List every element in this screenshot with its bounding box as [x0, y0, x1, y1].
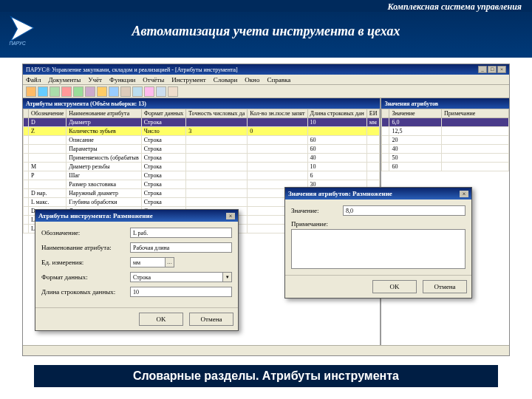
minimize-icon[interactable]: _: [478, 66, 487, 73]
table-row[interactable]: 6,0: [382, 118, 509, 127]
ok-button[interactable]: OK: [139, 313, 183, 326]
toolbar-btn-2[interactable]: [50, 86, 60, 97]
format-label: Формат данных:: [41, 273, 130, 281]
unit-label: Ед. измерения:: [41, 259, 130, 266]
table-row[interactable]: 50: [382, 154, 509, 163]
toolbar-btn-3[interactable]: [61, 86, 72, 97]
value-label: Значение:: [291, 207, 343, 214]
right-panel-header: Значения атрибутов: [381, 98, 509, 109]
chevron-down-icon[interactable]: ▾: [223, 272, 232, 282]
menu-Справка[interactable]: Справка: [267, 76, 290, 83]
table-row[interactable]: ZКоличество зубьевЧисло30: [24, 127, 380, 136]
close-icon[interactable]: ×: [226, 213, 235, 219]
table-row[interactable]: 20: [382, 136, 509, 145]
menu-Инструмент[interactable]: Инструмент: [171, 76, 206, 83]
menu-Документы[interactable]: Документы: [48, 76, 81, 83]
table-row[interactable]: МДиаметр резьбыСтрока10: [24, 163, 380, 171]
dialog-val: Значения атрибутов: Размножение × Значен…: [284, 187, 472, 299]
table-row[interactable]: 60: [382, 163, 509, 171]
toolbar-btn-6[interactable]: [97, 86, 107, 97]
toolbar-btn-0[interactable]: [26, 86, 36, 97]
page-title: Автоматизация учета инструмента в цехах: [0, 24, 532, 39]
note-label: Примечание:: [291, 220, 328, 228]
toolbar-btn-9[interactable]: [132, 86, 143, 97]
dialog-attr-title: Атрибуты инструмента: Размножение: [38, 212, 153, 219]
menu-Файл[interactable]: Файл: [26, 76, 41, 83]
table-row[interactable]: ОписаниеСтрока60: [24, 136, 380, 145]
format-select[interactable]: Строка: [130, 272, 223, 282]
unit-input[interactable]: мм: [130, 257, 166, 267]
note-textarea[interactable]: [291, 229, 466, 269]
svg-text:ПАРУС: ПАРУС: [9, 41, 25, 46]
toolbar-btn-11[interactable]: [156, 86, 166, 97]
status-bar: [23, 345, 509, 355]
toolbar-btn-10[interactable]: [144, 86, 154, 97]
menu-Отчёты[interactable]: Отчёты: [143, 76, 164, 83]
lookup-icon[interactable]: …: [166, 257, 174, 267]
window-title: ПАРУС® Управление закупками, складом и р…: [26, 66, 478, 73]
left-panel-header: Атрибуты инструмента (Объём выборки: 13): [23, 98, 380, 109]
table-row[interactable]: Применяемость (обрабатывСтрока40: [24, 154, 380, 163]
table-row[interactable]: ПараметрыСтрока60: [24, 145, 380, 154]
menu-Окно[interactable]: Окно: [245, 76, 259, 83]
app-window: ПАРУС® Управление закупками, складом и р…: [22, 64, 510, 356]
table-row[interactable]: 40: [382, 145, 509, 154]
table-row[interactable]: 12,5: [382, 127, 509, 136]
table-row[interactable]: РШагСтрока6: [24, 171, 380, 180]
code-label: Обозначение:: [41, 229, 130, 236]
value-input[interactable]: 8,0: [343, 205, 466, 216]
menu-Учёт[interactable]: Учёт: [88, 76, 102, 83]
ok-button[interactable]: OK: [372, 280, 417, 293]
toolbar-btn-7[interactable]: [109, 86, 119, 97]
toolbar-btn-1[interactable]: [38, 86, 48, 97]
dialog-attr: Атрибуты инструмента: Размножение × Обоз…: [35, 209, 239, 331]
len-input[interactable]: 10: [130, 287, 232, 297]
toolbar-btn-4[interactable]: [73, 86, 83, 97]
toolbar-btn-8[interactable]: [120, 86, 131, 97]
menu-Функции[interactable]: Функции: [109, 76, 135, 83]
table-row[interactable]: DДиаметрСтрока10мм: [24, 118, 380, 127]
len-label: Длина строковых данных:: [41, 288, 130, 296]
cancel-button[interactable]: Отмена: [189, 313, 233, 326]
menu-Словари[interactable]: Словари: [214, 76, 237, 83]
name-label: Наименование атрибута:: [41, 244, 130, 251]
tagline: Комплексная система управления: [387, 1, 522, 13]
close-icon[interactable]: ×: [460, 191, 468, 197]
cancel-button[interactable]: Отмена: [423, 280, 467, 293]
toolbar-btn-12[interactable]: [168, 86, 178, 97]
maximize-icon[interactable]: □: [488, 66, 497, 73]
name-input[interactable]: Рабочая длина: [130, 242, 232, 253]
code-input[interactable]: L раб.: [130, 228, 232, 238]
dialog-val-title: Значения атрибутов: Размножение: [288, 190, 392, 197]
footer-caption: Словарные разделы. Атрибуты инструмента: [34, 365, 498, 387]
close-icon[interactable]: ×: [497, 66, 506, 73]
toolbar-btn-5[interactable]: [85, 86, 95, 97]
